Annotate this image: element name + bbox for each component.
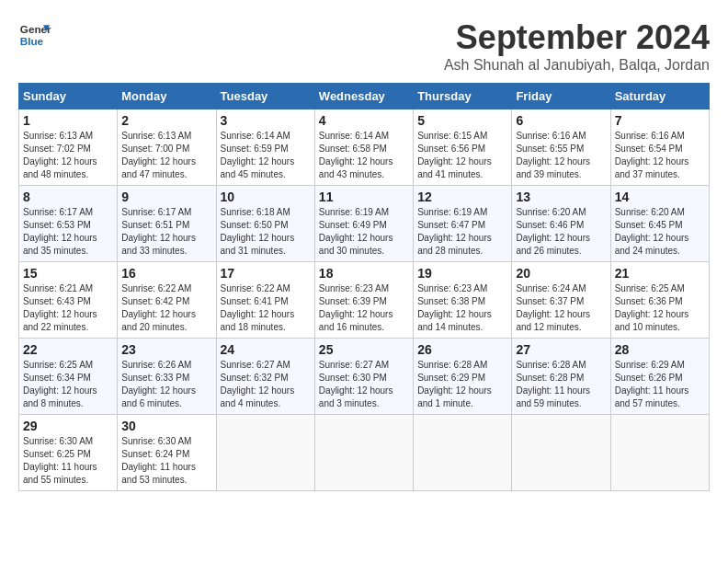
- calendar-cell: 21Sunrise: 6:25 AMSunset: 6:36 PMDayligh…: [610, 262, 709, 339]
- calendar-cell: 14Sunrise: 6:20 AMSunset: 6:45 PMDayligh…: [610, 186, 709, 262]
- calendar-cell: 3Sunrise: 6:14 AMSunset: 6:59 PMDaylight…: [216, 109, 314, 186]
- title-section: September 2024 Ash Shunah al Janubiyah, …: [444, 18, 710, 74]
- day-info: Sunrise: 6:26 AMSunset: 6:33 PMDaylight:…: [121, 359, 211, 410]
- calendar-cell: 30Sunrise: 6:30 AMSunset: 6:24 PMDayligh…: [118, 415, 216, 491]
- calendar-week-row: 22Sunrise: 6:25 AMSunset: 6:34 PMDayligh…: [19, 339, 710, 415]
- calendar-cell: 19Sunrise: 6:23 AMSunset: 6:38 PMDayligh…: [414, 262, 512, 339]
- calendar-cell: 6Sunrise: 6:16 AMSunset: 6:55 PMDaylight…: [512, 109, 610, 186]
- day-info: Sunrise: 6:19 AMSunset: 6:47 PMDaylight:…: [417, 206, 507, 258]
- day-number: 9: [121, 190, 211, 204]
- day-info: Sunrise: 6:28 AMSunset: 6:29 PMDaylight:…: [417, 359, 507, 410]
- calendar-cell: 1Sunrise: 6:13 AMSunset: 7:02 PMDaylight…: [19, 109, 118, 186]
- weekday-header: Wednesday: [314, 84, 413, 109]
- day-number: 18: [319, 266, 409, 281]
- calendar-cell: 7Sunrise: 6:16 AMSunset: 6:54 PMDaylight…: [610, 109, 709, 186]
- weekday-header: Thursday: [414, 84, 512, 109]
- day-info: Sunrise: 6:28 AMSunset: 6:28 PMDaylight:…: [516, 359, 606, 410]
- calendar-cell: 4Sunrise: 6:14 AMSunset: 6:58 PMDaylight…: [314, 109, 413, 186]
- day-number: 14: [615, 190, 705, 204]
- calendar-cell: 9Sunrise: 6:17 AMSunset: 6:51 PMDaylight…: [118, 186, 216, 262]
- day-info: Sunrise: 6:20 AMSunset: 6:45 PMDaylight:…: [615, 206, 705, 258]
- day-info: Sunrise: 6:18 AMSunset: 6:50 PMDaylight:…: [221, 206, 311, 258]
- day-info: Sunrise: 6:17 AMSunset: 6:51 PMDaylight:…: [121, 206, 211, 258]
- day-info: Sunrise: 6:27 AMSunset: 6:30 PMDaylight:…: [319, 359, 409, 410]
- day-number: 5: [417, 113, 507, 128]
- day-number: 30: [121, 419, 211, 433]
- weekday-header: Saturday: [610, 84, 709, 109]
- day-number: 20: [516, 266, 606, 281]
- calendar-cell: 24Sunrise: 6:27 AMSunset: 6:32 PMDayligh…: [216, 339, 314, 415]
- day-info: Sunrise: 6:19 AMSunset: 6:49 PMDaylight:…: [319, 206, 409, 258]
- calendar-cell: 29Sunrise: 6:30 AMSunset: 6:25 PMDayligh…: [19, 415, 118, 491]
- calendar-cell: 20Sunrise: 6:24 AMSunset: 6:37 PMDayligh…: [512, 262, 610, 339]
- day-number: 19: [417, 266, 507, 281]
- calendar-table: SundayMondayTuesdayWednesdayThursdayFrid…: [18, 83, 710, 491]
- calendar-cell: 26Sunrise: 6:28 AMSunset: 6:29 PMDayligh…: [414, 339, 512, 415]
- weekday-header-row: SundayMondayTuesdayWednesdayThursdayFrid…: [19, 84, 710, 109]
- day-number: 23: [121, 342, 211, 357]
- location-title: Ash Shunah al Janubiyah, Balqa, Jordan: [444, 57, 710, 74]
- weekday-header: Friday: [512, 84, 610, 109]
- calendar-cell: 28Sunrise: 6:29 AMSunset: 6:26 PMDayligh…: [610, 339, 709, 415]
- page-header: General Blue September 2024 Ash Shunah a…: [18, 18, 710, 74]
- calendar-week-row: 1Sunrise: 6:13 AMSunset: 7:02 PMDaylight…: [19, 109, 710, 186]
- day-number: 24: [221, 342, 311, 357]
- day-number: 3: [221, 113, 311, 128]
- day-number: 17: [221, 266, 311, 281]
- logo-icon: General Blue: [18, 18, 51, 52]
- day-number: 29: [23, 419, 113, 433]
- day-info: Sunrise: 6:16 AMSunset: 6:55 PMDaylight:…: [516, 130, 606, 181]
- day-number: 28: [615, 342, 705, 357]
- calendar-cell: 10Sunrise: 6:18 AMSunset: 6:50 PMDayligh…: [216, 186, 314, 262]
- calendar-cell: 22Sunrise: 6:25 AMSunset: 6:34 PMDayligh…: [19, 339, 118, 415]
- day-number: 16: [121, 266, 211, 281]
- day-info: Sunrise: 6:29 AMSunset: 6:26 PMDaylight:…: [615, 359, 705, 410]
- day-info: Sunrise: 6:27 AMSunset: 6:32 PMDaylight:…: [221, 359, 311, 410]
- svg-text:Blue: Blue: [20, 35, 44, 47]
- weekday-header: Monday: [118, 84, 216, 109]
- calendar-week-row: 15Sunrise: 6:21 AMSunset: 6:43 PMDayligh…: [19, 262, 710, 339]
- calendar-cell: 12Sunrise: 6:19 AMSunset: 6:47 PMDayligh…: [414, 186, 512, 262]
- calendar-cell: 8Sunrise: 6:17 AMSunset: 6:53 PMDaylight…: [19, 186, 118, 262]
- calendar-cell: 15Sunrise: 6:21 AMSunset: 6:43 PMDayligh…: [19, 262, 118, 339]
- day-info: Sunrise: 6:15 AMSunset: 6:56 PMDaylight:…: [417, 130, 507, 181]
- day-number: 12: [417, 190, 507, 204]
- day-info: Sunrise: 6:13 AMSunset: 7:00 PMDaylight:…: [121, 130, 211, 181]
- day-number: 6: [516, 113, 606, 128]
- day-number: 2: [121, 113, 211, 128]
- calendar-cell: 27Sunrise: 6:28 AMSunset: 6:28 PMDayligh…: [512, 339, 610, 415]
- calendar-cell: 2Sunrise: 6:13 AMSunset: 7:00 PMDaylight…: [118, 109, 216, 186]
- day-info: Sunrise: 6:30 AMSunset: 6:25 PMDaylight:…: [23, 435, 113, 487]
- day-info: Sunrise: 6:13 AMSunset: 7:02 PMDaylight:…: [23, 130, 113, 181]
- calendar-cell: 11Sunrise: 6:19 AMSunset: 6:49 PMDayligh…: [314, 186, 413, 262]
- day-info: Sunrise: 6:25 AMSunset: 6:36 PMDaylight:…: [615, 282, 705, 334]
- day-number: 21: [615, 266, 705, 281]
- calendar-cell: [512, 415, 610, 491]
- day-number: 11: [319, 190, 409, 204]
- calendar-cell: [314, 415, 413, 491]
- calendar-cell: 18Sunrise: 6:23 AMSunset: 6:39 PMDayligh…: [314, 262, 413, 339]
- day-number: 13: [516, 190, 606, 204]
- calendar-week-row: 29Sunrise: 6:30 AMSunset: 6:25 PMDayligh…: [19, 415, 710, 491]
- day-info: Sunrise: 6:25 AMSunset: 6:34 PMDaylight:…: [23, 359, 113, 410]
- day-number: 7: [615, 113, 705, 128]
- calendar-cell: 17Sunrise: 6:22 AMSunset: 6:41 PMDayligh…: [216, 262, 314, 339]
- calendar-cell: 13Sunrise: 6:20 AMSunset: 6:46 PMDayligh…: [512, 186, 610, 262]
- day-info: Sunrise: 6:20 AMSunset: 6:46 PMDaylight:…: [516, 206, 606, 258]
- day-number: 4: [319, 113, 409, 128]
- day-number: 26: [417, 342, 507, 357]
- calendar-cell: 5Sunrise: 6:15 AMSunset: 6:56 PMDaylight…: [414, 109, 512, 186]
- day-number: 27: [516, 342, 606, 357]
- day-number: 25: [319, 342, 409, 357]
- calendar-cell: [610, 415, 709, 491]
- day-info: Sunrise: 6:23 AMSunset: 6:39 PMDaylight:…: [319, 282, 409, 334]
- calendar-cell: [216, 415, 314, 491]
- day-number: 1: [23, 113, 113, 128]
- calendar-week-row: 8Sunrise: 6:17 AMSunset: 6:53 PMDaylight…: [19, 186, 710, 262]
- day-info: Sunrise: 6:14 AMSunset: 6:59 PMDaylight:…: [221, 130, 311, 181]
- day-info: Sunrise: 6:22 AMSunset: 6:41 PMDaylight:…: [221, 282, 311, 334]
- calendar-cell: 16Sunrise: 6:22 AMSunset: 6:42 PMDayligh…: [118, 262, 216, 339]
- calendar-cell: 25Sunrise: 6:27 AMSunset: 6:30 PMDayligh…: [314, 339, 413, 415]
- day-number: 15: [23, 266, 113, 281]
- logo: General Blue: [18, 18, 51, 52]
